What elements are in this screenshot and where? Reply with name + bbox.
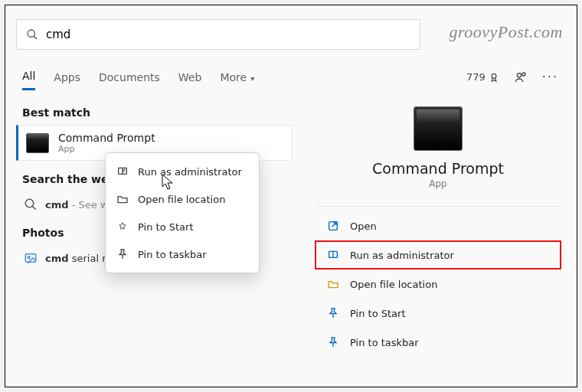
ctx-label: Pin to taskbar	[138, 249, 207, 260]
rewards-points[interactable]: 779	[466, 71, 499, 83]
preview-actions: Open Run as administrator Open file loca…	[310, 211, 566, 357]
tab-documents[interactable]: Documents	[99, 71, 160, 90]
pin-icon	[327, 336, 339, 348]
action-label: Open file location	[350, 279, 437, 290]
action-open-file-location[interactable]: Open file location	[315, 270, 561, 299]
preview-subtitle: App	[310, 178, 566, 189]
svg-line-1	[34, 36, 37, 39]
tab-apps[interactable]: Apps	[54, 71, 80, 90]
preview-pane: Command Prompt App Open Run as administr…	[310, 102, 566, 357]
search-icon	[26, 28, 38, 41]
filter-tabs: All Apps Documents Web More ▾	[22, 70, 254, 90]
action-label: Open	[350, 220, 377, 232]
svg-line-6	[32, 206, 36, 210]
tab-more-label: More	[220, 71, 247, 83]
svg-point-3	[517, 73, 521, 77]
ctx-pin-to-start[interactable]: Pin to Start	[106, 213, 259, 240]
medal-icon	[489, 72, 499, 83]
chevron-down-icon: ▾	[248, 74, 254, 83]
shield-icon	[116, 165, 129, 178]
result-text: Command Prompt App	[58, 132, 155, 154]
action-pin-to-taskbar[interactable]: Pin to taskbar	[315, 328, 561, 357]
svg-point-4	[522, 73, 525, 76]
photo-result-label: cmd serial n	[45, 253, 108, 264]
watermark-text: groovyPost.com	[449, 22, 563, 42]
pin-icon	[327, 307, 339, 319]
ctx-label: Pin to Start	[138, 221, 193, 233]
divider	[316, 206, 560, 207]
search-input[interactable]	[46, 28, 410, 41]
ctx-label: Run as administrator	[138, 166, 242, 178]
svg-point-5	[25, 199, 34, 207]
open-icon	[327, 220, 339, 232]
search-window: groovyPost.com All Apps Documents Web Mo…	[5, 5, 577, 387]
ctx-open-file-location[interactable]: Open file location	[106, 185, 259, 213]
web-result-label: cmd - See w	[45, 199, 109, 211]
account-icon[interactable]	[515, 71, 527, 83]
photo-term: cmd	[45, 253, 69, 264]
action-open[interactable]: Open	[315, 211, 561, 240]
svg-point-8	[28, 256, 30, 259]
more-options-icon[interactable]: ···	[542, 70, 558, 84]
action-pin-to-start[interactable]: Pin to Start	[315, 299, 561, 328]
points-value: 779	[466, 71, 486, 83]
pin-icon	[116, 248, 129, 260]
preview-title: Command Prompt	[310, 160, 566, 177]
search-icon	[24, 198, 38, 211]
top-right-controls: 779 ···	[466, 70, 558, 84]
tab-all[interactable]: All	[22, 70, 35, 90]
svg-point-2	[492, 74, 496, 78]
search-bar[interactable]	[16, 19, 420, 50]
svg-point-0	[28, 30, 34, 37]
photo-icon	[24, 251, 38, 265]
ctx-pin-to-taskbar[interactable]: Pin to taskbar	[106, 240, 259, 268]
tab-more[interactable]: More ▾	[220, 71, 254, 90]
context-menu: Run as administrator Open file location …	[105, 152, 260, 273]
action-run-as-admin[interactable]: Run as administrator	[315, 240, 561, 270]
action-label: Run as administrator	[350, 250, 454, 261]
web-suffix: - See w	[69, 199, 109, 211]
shield-icon	[327, 249, 339, 261]
folder-icon	[327, 278, 339, 290]
ctx-label: Open file location	[138, 194, 225, 205]
tab-web[interactable]: Web	[178, 71, 202, 90]
cmd-app-icon	[26, 133, 49, 153]
best-match-heading: Best match	[22, 106, 292, 119]
photo-rest: serial n	[69, 253, 109, 264]
folder-icon	[116, 193, 129, 205]
ctx-run-as-admin[interactable]: Run as administrator	[106, 158, 259, 185]
preview-app-icon	[414, 106, 463, 151]
pin-icon	[116, 220, 129, 233]
result-title: Command Prompt	[58, 132, 155, 144]
web-term: cmd	[45, 199, 69, 211]
action-label: Pin to taskbar	[350, 337, 419, 348]
action-label: Pin to Start	[350, 308, 405, 319]
